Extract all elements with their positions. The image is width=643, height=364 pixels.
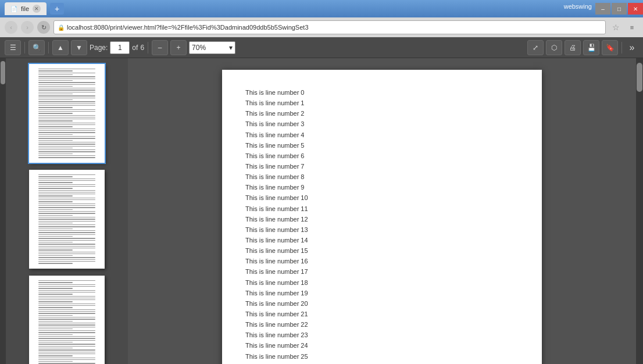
pdf-toolbar: ☰ 🔍 ▲ ▼ Page: of 6 – + 70% ▾ ⤢ ⬡ 🖨 💾 🔖 (0, 37, 643, 58)
thumb-line (38, 246, 95, 247)
thumb-line (38, 324, 95, 325)
thumbnail-3-container (6, 276, 128, 364)
thumb-line (38, 109, 95, 110)
thumb-line (38, 319, 95, 319)
new-tab-button[interactable]: + (50, 3, 64, 15)
pdf-line: This is line number 4 (245, 130, 519, 140)
thumb-line (38, 292, 95, 292)
url-bar[interactable]: 🔒 localhost:8080/print/viewer.html?file=… (53, 20, 606, 34)
pdf-line: This is line number 10 (245, 192, 519, 203)
thumbnail-2[interactable] (29, 170, 105, 269)
thumb-line (38, 342, 73, 342)
thumb-line (38, 107, 73, 108)
pdf-line: This is line number 17 (245, 266, 519, 277)
file-icon: 📄 (10, 6, 17, 12)
main-area: This is line number 0This is line number… (0, 58, 643, 364)
bookmark-star-button[interactable]: ☆ (609, 21, 622, 34)
thumb-line (38, 338, 95, 338)
maximize-button[interactable]: □ (612, 3, 627, 15)
open-file-button[interactable]: ⬡ (546, 40, 562, 55)
refresh-button[interactable]: ↻ (37, 21, 50, 34)
sidebar-scroll-thumb[interactable] (1, 61, 5, 84)
back-button[interactable]: ‹ (5, 21, 17, 34)
sidebar-scrollbar[interactable] (0, 58, 6, 364)
zoom-selector[interactable]: 70% ▾ (189, 41, 235, 54)
thumb-line (38, 359, 95, 360)
forward-button[interactable]: › (21, 21, 34, 34)
thumb-line (38, 82, 95, 83)
page-of: of (132, 44, 138, 52)
more-tools-button[interactable]: » (626, 40, 638, 55)
print-button[interactable]: 🖨 (565, 40, 581, 55)
thumb-line (38, 296, 95, 297)
minimize-button[interactable]: – (595, 3, 610, 15)
thumb-line (38, 248, 95, 248)
thumbnail-1-container (6, 64, 128, 163)
right-scrollbar[interactable] (636, 58, 643, 364)
thumb-line (38, 238, 95, 238)
close-window-button[interactable]: ✕ (628, 3, 643, 15)
thumb-line (38, 317, 95, 317)
thumb-line (38, 198, 95, 198)
thumb-line (38, 180, 95, 181)
thumb-line (38, 117, 95, 117)
tab-close-button[interactable]: ✕ (33, 5, 41, 13)
thumb-line (38, 179, 95, 179)
thumb-line (38, 90, 95, 90)
right-scroll-thumb[interactable] (637, 63, 642, 92)
thumb-line (38, 148, 73, 148)
thumb-line (38, 332, 95, 333)
thumb-line (38, 69, 95, 69)
search-button[interactable]: 🔍 (28, 40, 45, 55)
right-scroll-track (636, 58, 643, 364)
thumb-line (38, 240, 95, 241)
pdf-line: This is line number 12 (245, 214, 519, 224)
thumb-line (38, 123, 95, 123)
thumbnail-1[interactable] (29, 64, 105, 163)
thumbnails-sidebar[interactable] (6, 58, 128, 364)
thumb-line (38, 92, 95, 92)
zoom-out-button[interactable]: – (152, 40, 168, 55)
pdf-scroll-area[interactable]: This is line number 0This is line number… (128, 58, 636, 364)
pdf-line: This is line number 21 (245, 309, 519, 319)
thumb-line (38, 288, 73, 288)
save-button[interactable]: 💾 (583, 40, 599, 55)
thumbnail-3[interactable] (29, 276, 105, 364)
prev-page-button[interactable]: ▲ (52, 40, 69, 55)
next-page-button[interactable]: ▼ (71, 40, 87, 55)
browser-menu-button[interactable]: ≡ (626, 21, 638, 34)
pdf-line: This is line number 19 (245, 288, 519, 298)
thumb-line (38, 95, 95, 96)
thumb-line (38, 70, 73, 71)
thumb-line (38, 211, 95, 212)
browser-tab[interactable]: 📄 file ✕ (5, 2, 47, 15)
toggle-sidebar-button[interactable]: ☰ (5, 40, 21, 55)
pdf-line: This is line number 13 (245, 224, 519, 235)
thumb-line (38, 329, 73, 329)
thumb-line (38, 229, 73, 229)
thumb-line (38, 344, 95, 344)
fit-page-button[interactable]: ⤢ (527, 40, 544, 55)
thumb-line (38, 209, 73, 210)
down-arrow-icon: ▼ (76, 44, 83, 52)
pdf-line: This is line number 24 (245, 340, 519, 351)
page-input[interactable] (110, 41, 130, 54)
pdf-line: This is line number 11 (245, 204, 519, 214)
thumb-line (38, 84, 95, 85)
pdf-line: This is line number 1 (245, 98, 519, 108)
thumb-line (38, 215, 73, 216)
save-icon: 💾 (587, 44, 596, 52)
thumb-line (38, 194, 95, 194)
thumb-line (38, 199, 95, 200)
thumb-line (38, 311, 95, 312)
thumb-line (38, 284, 95, 285)
thumb-line (38, 358, 95, 358)
thumb-line (38, 86, 73, 87)
thumb-line (38, 155, 95, 156)
thumb-line (38, 98, 95, 98)
pdf-line: This is line number 20 (245, 298, 519, 309)
zoom-in-button[interactable]: + (170, 40, 187, 55)
thumbnail-1-content (29, 64, 105, 163)
thumb-line (38, 257, 95, 258)
bookmark-button[interactable]: 🔖 (602, 40, 618, 55)
